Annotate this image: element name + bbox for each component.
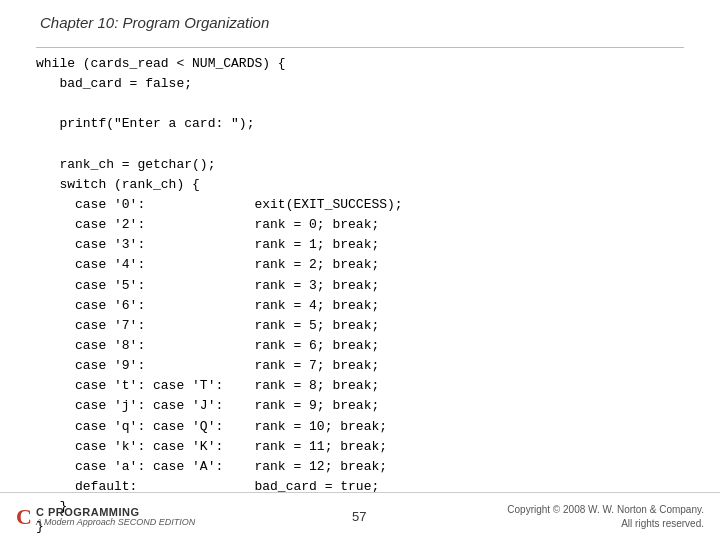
copyright-line1: Copyright © 2008 W. W. Norton & Company. — [507, 503, 704, 517]
code-line: case '5': rank = 3; break; — [36, 276, 720, 296]
code-line: case '3': rank = 1; break; — [36, 235, 720, 255]
code-line: bad_card = false; — [36, 74, 720, 94]
code-line: case 't': case 'T': rank = 8; break; — [36, 376, 720, 396]
code-line: rank_ch = getchar(); — [36, 155, 720, 175]
code-line: case 'j': case 'J': rank = 9; break; — [36, 396, 720, 416]
logo-main: C PROGRAMMING — [36, 506, 195, 518]
logo-sub: A Modern Approach SECOND EDITION — [36, 518, 195, 528]
code-block: while (cards_read < NUM_CARDS) { bad_car… — [0, 54, 720, 537]
code-line: case 'a': case 'A': rank = 12; break; — [36, 457, 720, 477]
code-line — [36, 94, 720, 114]
code-line: case '6': rank = 4; break; — [36, 296, 720, 316]
page: Chapter 10: Program Organization while (… — [0, 0, 720, 540]
page-number: 57 — [211, 509, 507, 524]
page-title: Chapter 10: Program Organization — [0, 0, 720, 41]
code-line: case '2': rank = 0; break; — [36, 215, 720, 235]
code-line: case '7': rank = 5; break; — [36, 316, 720, 336]
code-line: printf("Enter a card: "); — [36, 114, 720, 134]
code-line: switch (rank_ch) { — [36, 175, 720, 195]
code-line: case 'k': case 'K': rank = 11; break; — [36, 437, 720, 457]
code-line: while (cards_read < NUM_CARDS) { — [36, 54, 720, 74]
copyright: Copyright © 2008 W. W. Norton & Company.… — [507, 503, 720, 531]
footer: C C PROGRAMMING A Modern Approach SECOND… — [0, 492, 720, 540]
logo-text: C PROGRAMMING A Modern Approach SECOND E… — [36, 506, 195, 528]
code-line: case '9': rank = 7; break; — [36, 356, 720, 376]
code-line: case '0': exit(EXIT_SUCCESS); — [36, 195, 720, 215]
logo: C C PROGRAMMING A Modern Approach SECOND… — [0, 498, 211, 536]
code-line: case '4': rank = 2; break; — [36, 255, 720, 275]
code-line: case 'q': case 'Q': rank = 10; break; — [36, 417, 720, 437]
copyright-line2: All rights reserved. — [507, 517, 704, 531]
c-logo-letter: C — [16, 504, 32, 530]
title-divider — [36, 47, 684, 48]
code-line: case '8': rank = 6; break; — [36, 336, 720, 356]
code-line — [36, 135, 720, 155]
